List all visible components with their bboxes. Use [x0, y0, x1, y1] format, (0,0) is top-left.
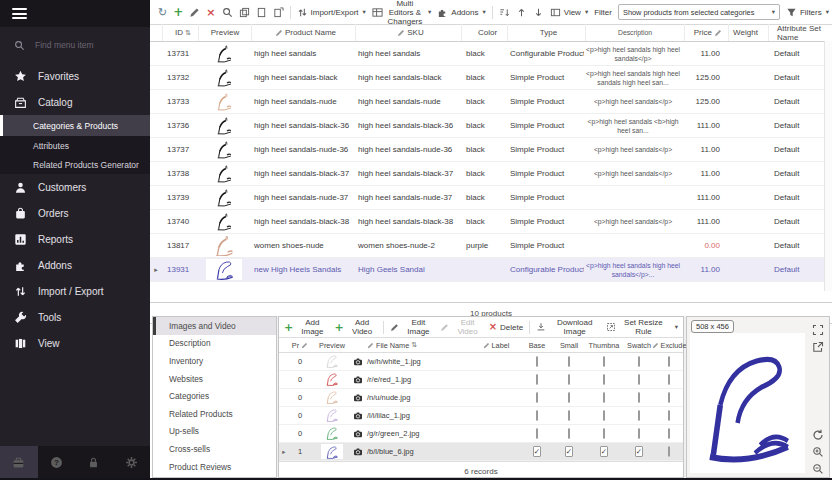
- image-row-selected[interactable]: ▸ 1 /b/l/blue_6.jpg ✓ ✓ ✓ ✓: [279, 443, 683, 461]
- open-external-button[interactable]: [812, 339, 824, 351]
- add-video-button[interactable]: +Add Video: [335, 318, 378, 336]
- image-row[interactable]: 0 /n/u/nude.jpg: [279, 389, 683, 407]
- thumbnail-checkbox[interactable]: [603, 410, 605, 421]
- tab-websites[interactable]: Websites: [153, 370, 276, 388]
- swatch-checkbox[interactable]: [638, 428, 640, 439]
- product-row[interactable]: 13732 high heel sandals-black high heel …: [150, 66, 832, 90]
- product-row[interactable]: 13739 high heel sandals-nude-37 high hee…: [150, 186, 832, 210]
- tab-images-and-video[interactable]: Images and Video: [153, 317, 276, 335]
- column-header-thumbnail[interactable]: Thumbna: [585, 341, 623, 350]
- thumbnail-checkbox[interactable]: [603, 428, 605, 439]
- product-row[interactable]: 13740 high heel sandals-black-38 high he…: [150, 210, 832, 234]
- column-header-id[interactable]: ID⇅: [163, 24, 199, 41]
- tab-product-reviews[interactable]: Product Reviews: [153, 458, 276, 476]
- download-image-button[interactable]: Download Image: [536, 318, 600, 336]
- product-row[interactable]: 13738 high heel sandals-black-37 high he…: [150, 162, 832, 186]
- move-up-button[interactable]: [516, 7, 527, 18]
- view-dropdown[interactable]: View ▾: [550, 7, 588, 18]
- exclude-checkbox[interactable]: [668, 428, 670, 439]
- add-image-button[interactable]: +Add Image: [284, 318, 329, 336]
- image-row[interactable]: 0 /w/h/white_1.jpg: [279, 353, 683, 371]
- sidebar-item-addons[interactable]: Addons: [0, 252, 150, 278]
- thumbnail-checkbox[interactable]: [603, 356, 605, 367]
- exclude-checkbox[interactable]: [668, 356, 670, 367]
- small-checkbox[interactable]: [568, 410, 570, 421]
- rotate-button[interactable]: [812, 427, 824, 439]
- product-row-selected[interactable]: ▸ 13931 new High Heels Sandals High Geel…: [150, 258, 832, 282]
- tab-up-sells[interactable]: Up-sells: [153, 423, 276, 441]
- more-options-dropdown[interactable]: ▾: [674, 323, 678, 331]
- thumbnail-checkbox[interactable]: ✓: [600, 446, 608, 457]
- base-checkbox[interactable]: ✓: [533, 446, 541, 457]
- sidebar-search-input[interactable]: [33, 39, 137, 51]
- lock-button[interactable]: [75, 446, 113, 478]
- delete-product-button[interactable]: ×: [206, 7, 215, 18]
- zoom-in-button[interactable]: [812, 444, 824, 456]
- small-checkbox[interactable]: [568, 392, 570, 403]
- product-row[interactable]: 13731 high heel sandals high heel sandal…: [150, 42, 832, 66]
- small-checkbox[interactable]: [568, 428, 570, 439]
- column-header-weight[interactable]: Weight: [729, 24, 769, 41]
- product-row[interactable]: 13817 women shoes-nude women shoes-nude-…: [150, 234, 832, 258]
- copy-button[interactable]: [239, 7, 250, 18]
- import-export-dropdown[interactable]: Import/Export ▾: [297, 7, 366, 18]
- base-checkbox[interactable]: [536, 374, 538, 385]
- swatch-checkbox[interactable]: [638, 410, 640, 421]
- small-checkbox[interactable]: ✓: [565, 446, 573, 457]
- filter-select[interactable]: Show products from selected categories ▾: [618, 4, 780, 20]
- exclude-checkbox[interactable]: [668, 410, 670, 421]
- column-header-color[interactable]: Color: [462, 24, 508, 41]
- column-header-preview[interactable]: Preview: [311, 341, 353, 350]
- column-header-preview[interactable]: Preview: [199, 24, 252, 41]
- swatch-checkbox[interactable]: [638, 374, 640, 385]
- column-header-price[interactable]: Price: [685, 24, 729, 41]
- tab-description[interactable]: Description: [153, 335, 276, 353]
- exclude-checkbox[interactable]: [668, 374, 670, 385]
- sidebar-item-catalog[interactable]: Catalog: [0, 89, 150, 115]
- thumbnail-checkbox[interactable]: [603, 392, 605, 403]
- move-down-button[interactable]: [533, 7, 544, 18]
- delete-image-button[interactable]: ×Delete: [489, 322, 524, 332]
- base-checkbox[interactable]: [536, 392, 538, 403]
- exclude-checkbox[interactable]: [668, 392, 670, 403]
- thumbnail-checkbox[interactable]: [603, 374, 605, 385]
- column-header-small[interactable]: Small: [553, 341, 585, 350]
- sidebar-item-attributes[interactable]: Attributes: [0, 136, 150, 155]
- swatch-checkbox[interactable]: ✓: [635, 446, 643, 457]
- column-header-base[interactable]: Base: [521, 341, 553, 350]
- column-header-type[interactable]: Type: [508, 24, 586, 41]
- refresh-button[interactable]: ↻: [158, 7, 167, 18]
- sidebar-item-categories-products[interactable]: Categories & Products: [0, 115, 150, 136]
- search-button[interactable]: [222, 7, 233, 18]
- column-header-position[interactable]: Pr: [289, 341, 311, 350]
- sidebar-item-customers[interactable]: Customers: [0, 174, 150, 200]
- swatch-checkbox[interactable]: [638, 356, 640, 367]
- exclude-checkbox[interactable]: [668, 446, 670, 457]
- sidebar-item-view[interactable]: View: [0, 330, 150, 356]
- tab-categories[interactable]: Categories: [153, 387, 276, 405]
- column-header-product-name[interactable]: Product Name: [252, 24, 356, 41]
- column-header-attribute-set[interactable]: Attribute Set Name: [769, 24, 832, 41]
- tab-related-products[interactable]: Related Products: [153, 405, 276, 423]
- product-row[interactable]: 13733 high heel sandals-nude high heel s…: [150, 90, 832, 114]
- toolbox-button[interactable]: [0, 446, 38, 478]
- set-resize-rule-button[interactable]: Set Resize Rule: [606, 318, 668, 336]
- small-checkbox[interactable]: [568, 356, 570, 367]
- edit-image-button[interactable]: Edit Image: [390, 318, 434, 336]
- small-checkbox[interactable]: [568, 374, 570, 385]
- product-row[interactable]: 13737 high heel sandals-nude-36 high hee…: [150, 138, 832, 162]
- add-product-button[interactable]: +: [173, 6, 183, 18]
- image-row[interactable]: 0 /g/r/green_2.jpg: [279, 425, 683, 443]
- sort-button[interactable]: [499, 7, 510, 18]
- image-row[interactable]: 0 /r/e/red_1.jpg: [279, 371, 683, 389]
- column-header-description[interactable]: Description: [586, 24, 685, 41]
- sidebar-item-tools[interactable]: Tools: [0, 304, 150, 330]
- image-row[interactable]: 0 /l/i/lilac_1.jpg: [279, 407, 683, 425]
- base-checkbox[interactable]: [536, 428, 538, 439]
- base-checkbox[interactable]: [536, 356, 538, 367]
- settings-button[interactable]: [113, 446, 151, 478]
- edit-video-button[interactable]: Edit Video: [440, 318, 482, 336]
- base-checkbox[interactable]: [536, 410, 538, 421]
- swatch-checkbox[interactable]: [638, 392, 640, 403]
- column-header-exclude[interactable]: Exclude: [655, 341, 683, 350]
